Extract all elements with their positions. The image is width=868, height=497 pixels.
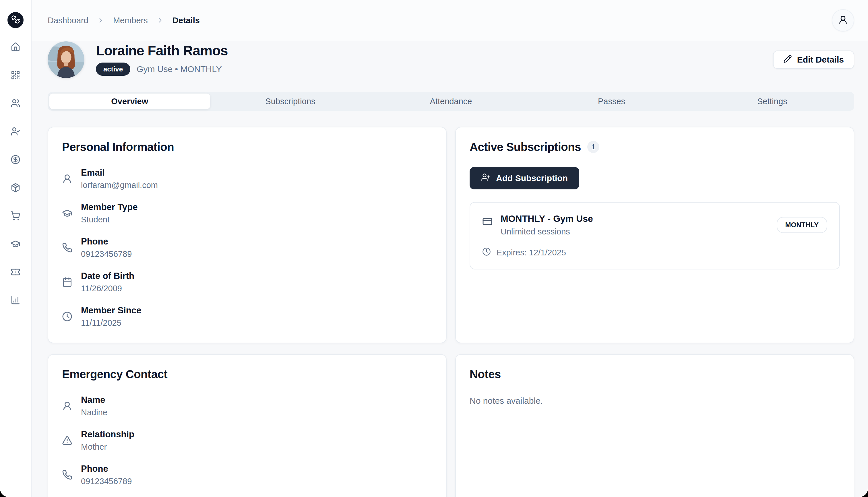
credit-card-icon (482, 216, 492, 227)
qr-scan-icon (11, 70, 20, 81)
subscription-expiry: Expires: 12/1/2025 (496, 248, 566, 257)
topbar: Dashboard Members Details (31, 0, 868, 41)
member-identity: Loraine Faith Ramos active Gym Use • MON… (96, 44, 228, 76)
subscription-count-badge: 1 (587, 141, 599, 153)
add-subscription-label: Add Subscription (496, 173, 568, 183)
info-item-ec-relationship: Relationship Mother (62, 429, 432, 452)
sidebar-item-passes[interactable] (10, 267, 21, 278)
info-label: Email (81, 168, 158, 178)
tab-subscriptions[interactable]: Subscriptions (210, 94, 371, 109)
users-icon (11, 98, 20, 109)
user-icon (62, 174, 72, 184)
clock-icon (62, 311, 72, 322)
phone-icon (62, 470, 72, 480)
alert-triangle-icon (62, 435, 72, 446)
info-item-member-type: Member Type Student (62, 202, 432, 224)
main-area: Dashboard Members Details (31, 0, 868, 497)
member-tabs: Overview Subscriptions Attendance Passes… (48, 92, 854, 111)
info-item-phone: Phone 09123456789 (62, 237, 432, 259)
edit-details-button[interactable]: Edit Details (773, 51, 854, 69)
pencil-icon (783, 55, 792, 65)
user-icon (838, 15, 848, 26)
info-value: 09123456789 (81, 250, 132, 259)
tab-overview[interactable]: Overview (50, 94, 210, 109)
edit-details-label: Edit Details (797, 55, 844, 65)
chevron-right-icon (156, 17, 164, 24)
sidebar-item-pos[interactable] (10, 211, 21, 222)
graduation-cap-icon (11, 239, 20, 250)
personal-info-card: Personal Information Email lorfaram@gmai… (48, 127, 447, 343)
active-subscriptions-title: Active Subscriptions (470, 140, 581, 154)
member-name: Loraine Faith Ramos (96, 44, 228, 58)
breadcrumb-dashboard[interactable]: Dashboard (48, 16, 88, 25)
membership-summary: Gym Use • MONTHLY (137, 64, 222, 74)
tab-settings[interactable]: Settings (692, 94, 853, 109)
info-value: Nadine (81, 408, 107, 417)
phone-icon (62, 242, 72, 253)
user-icon (62, 401, 72, 411)
info-label: Phone (81, 464, 132, 474)
info-value: lorfaram@gmail.com (81, 181, 158, 190)
info-item-ec-name: Name Nadine (62, 395, 432, 417)
member-avatar (48, 41, 84, 78)
sidebar-item-checkin[interactable] (10, 71, 21, 81)
user-plus-icon (481, 173, 490, 184)
notes-empty-text: No notes available. (470, 396, 840, 406)
emergency-contact-card: Emergency Contact Name Nadine (48, 354, 447, 497)
member-header: Loraine Faith Ramos active Gym Use • MON… (48, 41, 854, 78)
info-value: Mother (81, 442, 134, 452)
tab-passes[interactable]: Passes (531, 94, 692, 109)
sidebar (0, 0, 31, 497)
subscription-item: MONTHLY - Gym Use Unlimited sessions MON… (470, 202, 840, 269)
cards-grid: Personal Information Email lorfaram@gmai… (48, 127, 854, 497)
subscription-name: MONTHLY - Gym Use (501, 213, 593, 224)
info-value: Student (81, 215, 138, 224)
subscription-plan-badge: MONTHLY (777, 217, 827, 233)
status-badge: active (96, 62, 130, 76)
info-item-ec-phone: Phone 09123456789 (62, 464, 432, 486)
active-subscriptions-card: Active Subscriptions 1 Add Subscription … (455, 127, 854, 343)
breadcrumb-details: Details (172, 16, 200, 25)
account-button[interactable] (832, 9, 854, 31)
personal-info-title: Personal Information (62, 140, 432, 154)
chevron-right-icon (97, 17, 104, 24)
sidebar-item-members[interactable] (10, 99, 21, 109)
sidebar-item-products[interactable] (10, 183, 21, 194)
info-value: 11/26/2009 (81, 284, 134, 293)
graduation-cap-icon (62, 208, 72, 218)
info-label: Relationship (81, 429, 134, 440)
sidebar-item-classes[interactable] (10, 239, 21, 250)
info-label: Date of Birth (81, 271, 134, 281)
bar-chart-icon (11, 295, 20, 306)
info-value: 09123456789 (81, 477, 132, 486)
info-label: Member Type (81, 202, 138, 212)
sidebar-item-home[interactable] (10, 42, 21, 53)
package-icon (11, 183, 20, 194)
info-label: Name (81, 395, 107, 405)
user-check-icon (11, 127, 20, 138)
info-item-email: Email lorfaram@gmail.com (62, 168, 432, 190)
notes-title: Notes (470, 367, 840, 381)
info-item-dob: Date of Birth 11/26/2009 (62, 271, 432, 293)
tab-attendance[interactable]: Attendance (370, 94, 531, 109)
sidebar-nav (10, 42, 21, 306)
notes-card: Notes No notes available. (455, 354, 854, 497)
info-label: Member Since (81, 305, 141, 316)
emergency-contact-title: Emergency Contact (62, 367, 432, 381)
page-content: Loraine Faith Ramos active Gym Use • MON… (31, 41, 868, 497)
breadcrumb-members[interactable]: Members (113, 16, 148, 25)
info-item-member-since: Member Since 11/11/2025 (62, 305, 432, 328)
info-label: Phone (81, 237, 132, 247)
sidebar-item-reports[interactable] (10, 296, 21, 306)
add-subscription-button[interactable]: Add Subscription (470, 167, 579, 189)
clock-icon (482, 247, 491, 258)
ticket-icon (11, 267, 20, 278)
shopping-cart-icon (11, 211, 20, 222)
breadcrumb: Dashboard Members Details (48, 16, 200, 25)
sidebar-item-payments[interactable] (10, 155, 21, 165)
dumbbell-icon (11, 15, 20, 25)
app-logo[interactable] (8, 12, 24, 28)
app-window: Dashboard Members Details (0, 0, 868, 497)
sidebar-item-attendance[interactable] (10, 127, 21, 137)
dollar-coin-icon (11, 155, 20, 166)
